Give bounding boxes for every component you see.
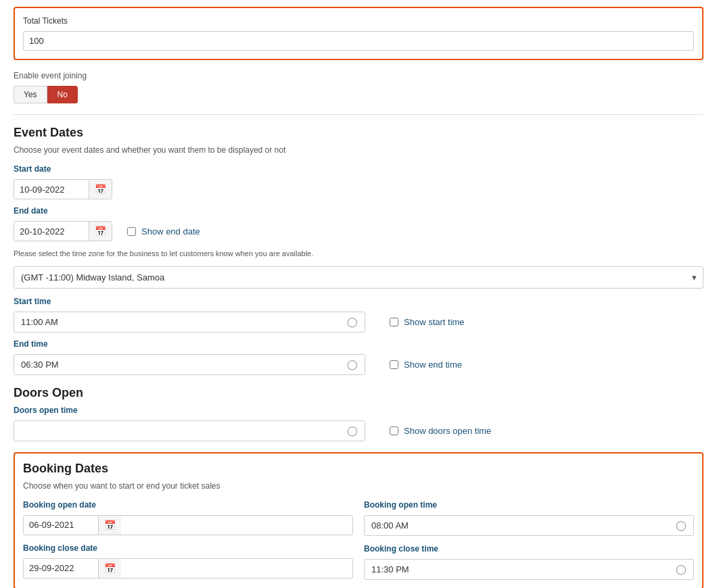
doors-open-time-label: Doors open time xyxy=(14,406,703,415)
total-tickets-section: Total Tickets xyxy=(14,7,703,60)
booking-close-time-input[interactable] xyxy=(365,560,669,579)
show-end-date-row: Show end date xyxy=(127,226,200,237)
booking-dates-title: Booking Dates xyxy=(23,462,694,476)
start-time-clock-icon: ◯ xyxy=(340,312,365,331)
enable-event-joining-section: Enable event joining Yes No xyxy=(14,71,703,103)
show-end-time-row: Show end time xyxy=(390,360,462,370)
booking-close-date-calendar-button[interactable]: 📅 xyxy=(98,559,121,578)
show-doors-open-row: Show doors open time xyxy=(390,426,491,436)
booking-open-time-field: Booking open time ◯ xyxy=(364,500,694,536)
doors-open-time-wrapper: ◯ xyxy=(14,420,365,441)
booking-open-time-clock-icon: ◯ xyxy=(669,516,693,535)
booking-open-time-wrapper: ◯ xyxy=(364,515,694,536)
timezone-select[interactable]: (GMT -11:00) Midway Island, Samoa (GMT -… xyxy=(14,266,703,289)
start-time-input[interactable] xyxy=(14,312,340,332)
doors-open-clock-icon: ◯ xyxy=(340,421,365,440)
booking-left-col: Booking open date 📅 Booking close date 📅 xyxy=(23,500,353,580)
start-time-label: Start time xyxy=(14,297,703,306)
start-date-row: 📅 xyxy=(14,179,703,199)
doors-open-title: Doors Open xyxy=(14,386,703,400)
booking-open-date-label: Booking open date xyxy=(23,500,353,510)
event-dates-section: Event Dates Choose your event dates and … xyxy=(14,126,703,375)
show-start-time-label: Show start time xyxy=(404,317,465,327)
show-end-time-checkbox[interactable] xyxy=(390,360,398,369)
timezone-hint: Please select the time zone for the busi… xyxy=(14,248,703,260)
show-end-time-label: Show end time xyxy=(404,360,462,370)
divider-1 xyxy=(14,114,703,115)
booking-close-time-field: Booking close time ◯ xyxy=(364,544,694,580)
booking-open-date-wrapper: 📅 xyxy=(23,515,353,535)
show-start-time-row: Show start time xyxy=(390,317,465,327)
doors-open-time-row: ◯ Show doors open time xyxy=(14,420,703,441)
booking-close-time-clock-icon: ◯ xyxy=(669,560,693,579)
booking-dates-subtitle: Choose when you want to start or end you… xyxy=(23,481,694,491)
enable-event-joining-label: Enable event joining xyxy=(14,71,703,80)
total-tickets-label: Total Tickets xyxy=(23,16,694,26)
start-date-label: Start date xyxy=(14,164,703,174)
toggle-group: Yes No xyxy=(14,86,703,103)
end-date-input[interactable] xyxy=(14,222,89,241)
event-dates-subtitle: Choose your event dates and whether you … xyxy=(14,145,703,155)
total-tickets-input[interactable] xyxy=(23,31,694,51)
end-date-row: 📅 Show end date xyxy=(14,221,703,241)
booking-open-time-label: Booking open time xyxy=(364,500,694,510)
booking-close-time-label: Booking close time xyxy=(364,544,694,554)
booking-close-date-field: Booking close date 📅 xyxy=(23,543,353,579)
end-time-row: ◯ Show end time xyxy=(14,354,703,375)
booking-open-date-input[interactable] xyxy=(24,516,98,534)
booking-close-date-label: Booking close date xyxy=(23,543,353,553)
end-time-label: End time xyxy=(14,339,703,349)
event-dates-title: Event Dates xyxy=(14,126,703,140)
booking-right-col: Booking open time ◯ Booking close time ◯ xyxy=(364,500,694,580)
end-date-label: End date xyxy=(14,206,703,216)
end-time-clock-icon: ◯ xyxy=(340,355,365,374)
booking-grid: Booking open date 📅 Booking close date 📅… xyxy=(23,500,694,580)
show-end-date-checkbox[interactable] xyxy=(127,227,136,236)
booking-close-date-wrapper: 📅 xyxy=(23,558,353,579)
show-end-date-label: Show end date xyxy=(141,226,200,237)
start-date-calendar-button[interactable]: 📅 xyxy=(89,180,112,199)
show-start-time-checkbox[interactable] xyxy=(390,318,398,326)
booking-close-time-wrapper: ◯ xyxy=(364,559,694,580)
start-time-row: ◯ Show start time xyxy=(14,312,703,333)
booking-dates-section: Booking Dates Choose when you want to st… xyxy=(14,452,703,589)
booking-open-date-field: Booking open date 📅 xyxy=(23,500,353,535)
end-date-calendar-button[interactable]: 📅 xyxy=(89,222,112,241)
start-date-input[interactable] xyxy=(14,180,89,199)
yes-button[interactable]: Yes xyxy=(14,86,47,103)
booking-open-date-calendar-button[interactable]: 📅 xyxy=(98,516,121,535)
show-doors-open-checkbox[interactable] xyxy=(390,426,398,435)
booking-close-date-input[interactable] xyxy=(24,559,98,577)
doors-open-section: Doors Open Doors open time ◯ Show doors … xyxy=(14,386,703,441)
end-date-input-wrapper: 📅 xyxy=(14,221,112,241)
no-button[interactable]: No xyxy=(47,86,78,103)
end-time-input-wrapper: ◯ xyxy=(14,354,365,375)
show-doors-open-label: Show doors open time xyxy=(404,426,491,436)
timezone-select-wrapper: (GMT -11:00) Midway Island, Samoa (GMT -… xyxy=(14,266,703,289)
booking-open-time-input[interactable] xyxy=(365,516,669,535)
end-time-input[interactable] xyxy=(14,355,340,374)
doors-open-time-input[interactable] xyxy=(14,421,340,441)
start-date-input-wrapper: 📅 xyxy=(14,179,112,199)
start-time-input-wrapper: ◯ xyxy=(14,312,365,333)
